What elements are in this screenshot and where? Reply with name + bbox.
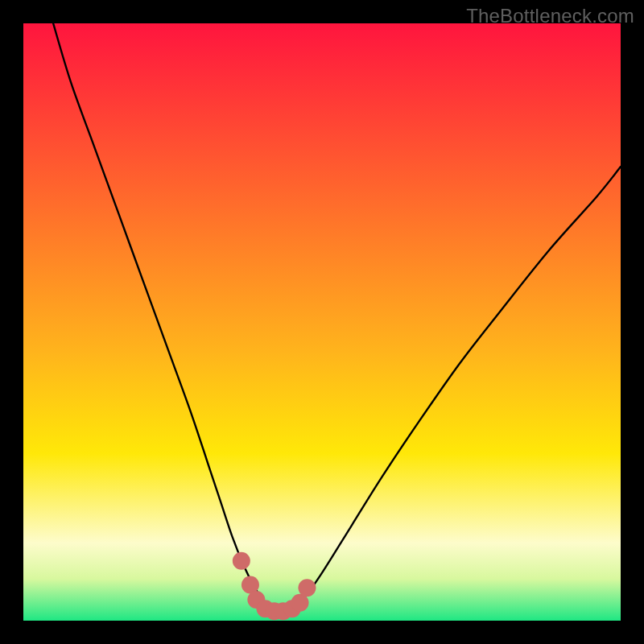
- valley-marker: [298, 579, 316, 597]
- gradient-background: [23, 23, 621, 621]
- chart-svg: [23, 23, 621, 621]
- valley-marker: [233, 552, 250, 570]
- plot-area: [23, 23, 621, 621]
- outer-frame: TheBottleneck.com: [0, 0, 644, 644]
- watermark-text: TheBottleneck.com: [466, 5, 634, 27]
